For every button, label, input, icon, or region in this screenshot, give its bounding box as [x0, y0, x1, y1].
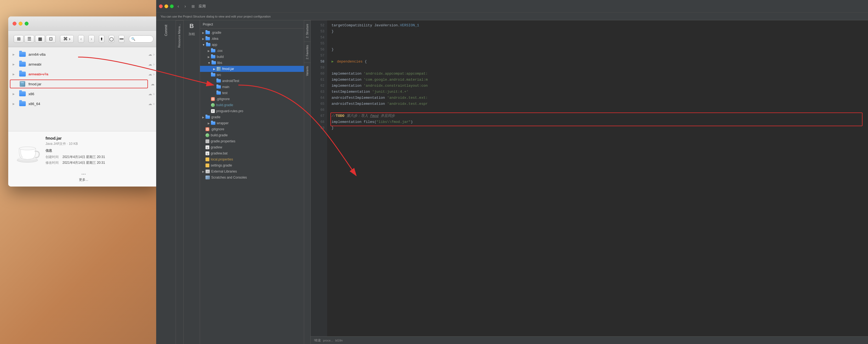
commit-panel: Commit: [156, 20, 176, 344]
intellij-back-btn[interactable]: ‹: [176, 3, 181, 10]
share-btn[interactable]: ⬆: [99, 35, 104, 43]
list-item[interactable]: ▶ x86_64 ☁ ›: [8, 99, 159, 109]
tree-arrow: ▶: [202, 134, 205, 137]
gallery-view-btn[interactable]: ⊡: [46, 35, 56, 43]
tree-item-external-libs[interactable]: ▶ External Libraries: [200, 168, 304, 174]
tree-item-label: proguard-rules.pro: [216, 109, 243, 113]
tree-item-gradle-properties[interactable]: ▶ gradle.properties: [200, 138, 304, 144]
tab-structure[interactable]: 2: Structure: [304, 20, 310, 41]
svg-rect-11: [206, 170, 209, 173]
tree-item-gitignore-app[interactable]: ▶ .gitignore: [200, 96, 304, 102]
tree-arrow: ▶: [208, 110, 210, 113]
folder-icon: [211, 55, 215, 58]
cloud-icon: ☁: [151, 82, 155, 86]
fullscreen-button[interactable]: [25, 22, 29, 26]
tree-item-wrapper[interactable]: ▶ wrapper: [200, 120, 304, 126]
tree-item-gradle-root[interactable]: ▶ .gradle: [200, 30, 304, 36]
tree-item-label: .gitignore: [211, 127, 224, 131]
folder-icon: [211, 49, 215, 52]
tree-item-scratches[interactable]: ▶ Scratches and Consoles: [200, 174, 304, 180]
tree-item-build-gradle[interactable]: ▶ build.gradle: [200, 102, 304, 108]
tree-item-gradlew-bat[interactable]: ▶ g gradlew.bat: [200, 150, 304, 156]
folder-icon: [211, 121, 215, 125]
apps-btn[interactable]: ⊞: [190, 3, 196, 9]
tree-item-proguard[interactable]: ▶ P proguard-rules.pro: [200, 108, 304, 114]
created-value: 2021年4月14日 星期三 20:31: [62, 155, 105, 160]
file-name: x86_64: [29, 102, 146, 106]
list-item[interactable]: ▶ arm64-v8a ☁ ›: [8, 49, 159, 59]
tree-item-label: gradlew.bat: [211, 151, 227, 155]
tree-item-settings-gradle[interactable]: ▶ settings.gradle: [200, 163, 304, 168]
code-line-68: implementation files("libs\\fmod.jar"): [332, 119, 868, 125]
file-preview: fmod.jar Java JAR文件 · 10 KB 信息 创建时间 2021…: [14, 136, 153, 166]
more-button[interactable]: ··· 更多...: [14, 171, 153, 182]
tree-item-label: libs: [217, 61, 222, 65]
tab-variants[interactable]: Variants: [304, 62, 310, 79]
view-buttons: ⊞ ☰ ▦ ⊡: [14, 35, 56, 43]
tree-item-gradlew[interactable]: ▶ g gradlew: [200, 144, 304, 150]
tree-arrow: ▶: [213, 80, 215, 83]
tree-item-gitignore-root[interactable]: ▶ .gitignore: [200, 126, 304, 132]
tree-item-label: androidTest: [222, 79, 239, 83]
tree-arrow: ▶: [202, 116, 205, 119]
file-name: armeabi: [29, 62, 146, 66]
tree-item-label: src: [217, 73, 221, 77]
tree-item-libs[interactable]: ▼ libs: [200, 60, 304, 66]
tree-item-gradle[interactable]: ▶ gradle: [200, 114, 304, 120]
tree-item-build-gradle-root[interactable]: ▶ build.gradle: [200, 132, 304, 138]
forward-btn[interactable]: ›: [89, 35, 95, 43]
intellij-forward-btn[interactable]: ›: [183, 3, 187, 10]
tree-item-local-properties[interactable]: ▶ local.properties: [200, 156, 304, 163]
code-line-54: [332, 34, 868, 40]
created-label: 创建时间: [45, 155, 59, 160]
tree-item-label: build: [217, 55, 224, 59]
list-item[interactable]: ▶ armeabi ☁ ›: [8, 59, 159, 69]
tag-btn[interactable]: ◯: [109, 35, 114, 43]
tree-item-app[interactable]: ▼ app: [200, 42, 304, 48]
close-button[interactable]: [12, 22, 17, 26]
tree-item-src[interactable]: ▶ src: [200, 72, 304, 78]
icon-view-btn[interactable]: ⊞: [14, 35, 24, 43]
tree-item-androidtest[interactable]: ▶ androidTest: [200, 78, 304, 84]
more-actions-btn[interactable]: •••: [119, 35, 124, 43]
tree-item-main[interactable]: ▶ main: [200, 84, 304, 90]
intellij-main-body: Commit Resource Mana... B 加粗 Project ▶ .…: [156, 20, 868, 344]
cloud-icon: ☁ ›: [148, 52, 155, 57]
intellij-minimize-btn[interactable]: [164, 4, 168, 8]
tab-favorites[interactable]: 2: Favorites: [304, 41, 310, 62]
tree-item-cxx[interactable]: ▶ .cxx: [200, 48, 304, 54]
project-label: Project: [203, 23, 213, 26]
code-area[interactable]: targetCompatibility JavaVersion.VERSION_…: [327, 20, 868, 336]
finder-content: ▶ arm64-v8a ☁ › ▶ armeabi ☁ › ▶ armeabi-…: [8, 47, 159, 187]
file-name: arm64-v8a: [29, 52, 146, 57]
code-line-59: [332, 65, 868, 71]
tree-arrow: ▼: [208, 61, 210, 64]
finder-search[interactable]: 🔍: [129, 35, 153, 42]
list-item[interactable]: ▶ armeabi-v7a ☁ ›: [8, 69, 159, 79]
list-view-btn[interactable]: ☰: [24, 35, 34, 43]
file-name: x86: [29, 92, 146, 96]
back-btn[interactable]: ‹: [78, 35, 84, 43]
git-icon: [206, 127, 209, 131]
intellij-close-btn[interactable]: [159, 4, 163, 8]
project-tree[interactable]: ▶ .gradle ▶ .idea ▼ app: [200, 29, 304, 344]
minimize-button[interactable]: [19, 22, 23, 26]
tree-item-test[interactable]: ▶ test: [200, 90, 304, 96]
tab-resource-manager[interactable]: Resource Mana...: [176, 20, 183, 51]
cloud-icon: ☁ ›: [148, 62, 155, 66]
fmod-jar-item[interactable]: fmod.jar ☁: [8, 79, 159, 89]
intellij-fullscreen-btn[interactable]: [170, 4, 174, 8]
tree-item-label: .idea: [211, 37, 218, 40]
cmd-btn[interactable]: ⌘ ›: [60, 35, 74, 43]
bold-btn[interactable]: B: [190, 23, 194, 30]
info-modified-row: 修改时间 2021年4月14日 星期三 20:31: [45, 161, 105, 165]
tree-item-idea[interactable]: ▶ .idea: [200, 36, 304, 42]
column-view-btn[interactable]: ▦: [35, 35, 45, 43]
tree-arrow: ▶: [202, 170, 205, 173]
list-item[interactable]: ▶ x86 ☁ ›: [8, 89, 159, 99]
tree-item-build[interactable]: ▶ build: [200, 54, 304, 60]
line-num: 57: [320, 53, 324, 59]
line-num: 53: [320, 29, 324, 34]
tree-item-fmod-jar[interactable]: ▶ fmod.jar: [200, 66, 304, 72]
finder-body: ▶ arm64-v8a ☁ › ▶ armeabi ☁ › ▶ armeabi-…: [8, 47, 159, 187]
